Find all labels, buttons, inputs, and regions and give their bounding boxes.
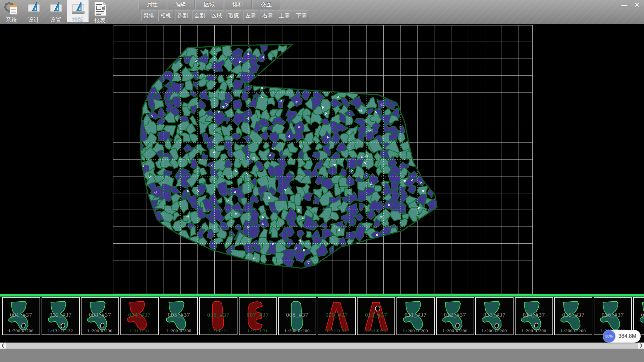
menu-item-5[interactable]: 交互	[253, 0, 280, 9]
piece-id-label: 005_#37	[160, 312, 197, 318]
piece-id-label: 010_#37	[358, 312, 394, 318]
piece-id-label: 004_#37	[121, 312, 158, 318]
piece-id-label: 014_#37	[516, 312, 552, 318]
percent-indicator: 38%	[603, 330, 615, 343]
memory-value: 384.8M	[619, 333, 636, 339]
piece-lr-count: L:200 R:200	[82, 328, 118, 334]
piece-lr-count: L:132 R:132	[42, 328, 79, 334]
piece-lr-count: L:200 R:200	[516, 328, 552, 334]
nav-tile-settings-ruler[interactable]: 设置	[45, 0, 67, 22]
piece-lr-count: L:31 R:31	[121, 328, 158, 334]
piece-lr-count: L:200 R:200	[160, 328, 197, 334]
tool-button-5[interactable]: 区域	[209, 10, 224, 21]
nav-label: 设置	[45, 17, 67, 23]
nav-tile-report-doc[interactable]: 报表	[89, 0, 111, 22]
thumbnail-cell-009_#37[interactable]: 009_#37L:32 R:31	[318, 297, 356, 335]
nesting-canvas[interactable]	[0, 24, 644, 294]
thumbnail-cell-012_#37[interactable]: 012_#37L:200 R:200	[436, 297, 474, 335]
thumbnail-cell-001_#37[interactable]: 001_#37L:700 R:700	[2, 297, 40, 335]
thumbnail-cell-010_#37[interactable]: 010_#37L:33 R:33	[357, 297, 395, 335]
thumbnail-cell-017_#37[interactable]: 017_#37L:	[633, 297, 644, 335]
design-ruler-icon	[23, 0, 45, 17]
nesting-ruler-icon	[67, 0, 89, 17]
piece-id-label: 008_#37	[279, 312, 316, 318]
nav-tile-system-gear[interactable]: 系统	[1, 0, 22, 22]
piece-id-label: 015_#37	[555, 312, 592, 318]
piece-lr-count: L:200 R:200	[476, 328, 513, 334]
piece-id-label: 017_#37	[634, 312, 644, 318]
tool-button-3[interactable]: 选割	[175, 10, 190, 21]
tool-button-8[interactable]: 右靠	[260, 10, 275, 21]
strip-separator	[0, 294, 644, 297]
piece-id-label: 016_#37	[594, 312, 631, 318]
piece-id-label: 013_#37	[476, 312, 513, 318]
piece-id-label: 003_#37	[82, 312, 118, 318]
memory-usage-badge[interactable]: 38% 384.8M	[603, 330, 641, 343]
menu-item-1[interactable]: 属性	[139, 0, 166, 9]
settings-ruler-icon	[45, 0, 67, 17]
horizontal-scrollbar[interactable]: ❮ ❯	[0, 343, 644, 349]
thumbnail-cell-013_#37[interactable]: 013_#37L:200 R:200	[475, 297, 514, 335]
nesting-layout-view	[0, 24, 644, 294]
minimize-button[interactable]: —	[619, 1, 630, 9]
thumbnail-cell-007_#37[interactable]: 007_#37L:31 R:31	[239, 297, 277, 335]
system-gear-icon	[1, 0, 22, 17]
thumbnail-cell-002_#37[interactable]: 002_#37L:132 R:132	[42, 297, 80, 335]
nav-label: 排版	[67, 17, 89, 23]
menu-item-2[interactable]: 编辑	[167, 0, 195, 9]
nav-label: 系统	[1, 17, 22, 23]
thumbnail-cell-005_#37[interactable]: 005_#37L:200 R:200	[160, 297, 198, 335]
tool-button-9[interactable]: 上靠	[277, 10, 292, 21]
thumbnail-cell-016_#37[interactable]: 016_#37L:200 R:200	[594, 297, 632, 335]
piece-lr-count: L:200 R:200	[555, 328, 592, 334]
piece-id-label: 002_#37	[42, 312, 79, 318]
application-window: 系统设计设置排版报表 属性编辑区域排料交互 聚排相机选割全割区域瑕疵左靠右靠上靠…	[0, 0, 644, 362]
thumbnail-cell-008_#37[interactable]: 008_#37L:200 R:200	[278, 297, 316, 335]
tool-button-2[interactable]: 相机	[158, 10, 173, 21]
menu-item-3[interactable]: 区域	[196, 0, 223, 9]
piece-id-label: 012_#37	[437, 312, 474, 318]
piece-lr-count: L:700 R:700	[3, 328, 40, 334]
piece-lr-count: L:33 R:33	[358, 328, 394, 334]
thumbnail-cell-003_#37[interactable]: 003_#37L:200 R:200	[81, 297, 119, 335]
piece-id-label: 001_#37	[3, 312, 40, 318]
nav-tile-nesting-ruler[interactable]: 排版	[67, 0, 89, 22]
thumbnail-cell-015_#37[interactable]: 015_#37L:200 R:200	[554, 297, 592, 335]
scroll-right-icon[interactable]: ❯	[638, 343, 644, 349]
thumbnail-cell-014_#37[interactable]: 014_#37L:200 R:200	[515, 297, 553, 335]
nav-tile-design-ruler[interactable]: 设计	[23, 0, 45, 22]
thumbnail-cell-011_#37[interactable]: 011_#37L:200 R:200	[396, 297, 435, 335]
piece-lr-count: L:31 R:31	[239, 328, 276, 334]
close-button[interactable]: ✕	[631, 1, 643, 9]
status-bar	[0, 349, 644, 362]
tool-button-10[interactable]: 下靠	[294, 10, 309, 21]
thumbnail-cell-006_#37[interactable]: 006_#37L:21 R:21	[199, 297, 237, 335]
piece-id-label: 009_#37	[318, 312, 355, 318]
piece-id-label: 011_#37	[397, 312, 434, 318]
tool-button-7[interactable]: 左靠	[243, 10, 258, 21]
tool-button-4[interactable]: 全割	[192, 10, 207, 21]
nav-label: 报表	[89, 18, 111, 23]
report-doc-icon	[89, 0, 111, 18]
piece-lr-count: L:200 R:200	[437, 328, 474, 334]
piece-id-label: 006_#37	[200, 312, 237, 318]
piece-id-label: 007_#37	[239, 312, 276, 318]
thumbnail-cell-004_#37[interactable]: 004_#37L:31 R:31	[120, 297, 159, 335]
piece-lr-count: L:200 R:200	[279, 328, 316, 334]
piece-thumbnail-strip: 001_#37L:700 R:700002_#37L:132 R:132003_…	[0, 297, 644, 336]
tool-button-6[interactable]: 瑕疵	[226, 10, 241, 21]
tool-button-1[interactable]: 聚排	[141, 10, 156, 21]
top-toolbar: 系统设计设置排版报表 属性编辑区域排料交互 聚排相机选割全割区域瑕疵左靠右靠上靠…	[0, 0, 644, 24]
piece-lr-count: L:32 R:31	[318, 328, 355, 334]
piece-lr-count: L:21 R:21	[200, 328, 237, 334]
piece-lr-count: L:200 R:200	[397, 328, 434, 334]
scroll-left-icon[interactable]: ❮	[0, 343, 6, 349]
menu-item-4[interactable]: 排料	[224, 0, 252, 9]
nav-label: 设计	[23, 17, 45, 23]
